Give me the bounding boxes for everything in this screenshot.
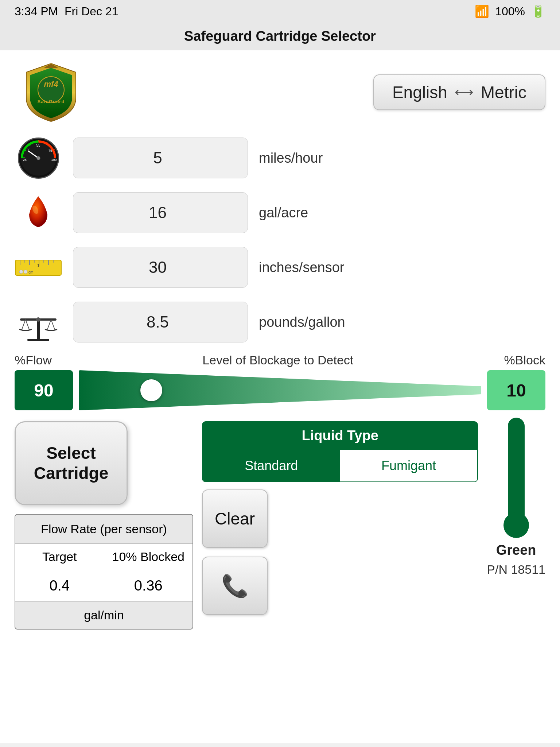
svg-line-33 (51, 320, 55, 329)
cartridge-color: Green (496, 542, 536, 558)
left-column: Select Cartridge Flow Rate (per sensor) … (15, 421, 193, 630)
main-content: mf4 SafeGuard English ⟷ Metric (0, 50, 560, 743)
speed-input[interactable] (73, 138, 248, 178)
cartridge-indicator: Green P/N 18511 (487, 421, 545, 577)
blocked-value: 0.36 (104, 570, 193, 601)
block-value-box: 10 (487, 370, 545, 410)
speed-input-container (73, 138, 248, 178)
toggle-arrow: ⟷ (455, 85, 474, 100)
svg-point-23 (24, 270, 27, 274)
liquid-type-section: Liquid Type Standard Fumigant (202, 421, 478, 482)
cartridge-part-number: P/N 18511 (487, 562, 545, 577)
svg-point-11 (36, 156, 40, 160)
flow-rate-unit: gal/min (15, 601, 192, 629)
safeguard-logo: mf4 SafeGuard (22, 61, 80, 123)
droplet-icon-container (15, 189, 62, 236)
clear-button[interactable]: Clear (202, 489, 268, 548)
blocked-col-header: 10% Blocked (104, 544, 193, 570)
svg-text:cm: cm (28, 270, 33, 274)
phone-button[interactable]: 📞 (202, 557, 268, 615)
weight-row: pounds/gallon (15, 298, 545, 346)
svg-text:SafeGuard: SafeGuard (38, 99, 65, 104)
logo-container: mf4 SafeGuard (15, 61, 88, 123)
weight-input[interactable] (73, 302, 248, 342)
svg-line-31 (26, 320, 29, 329)
weight-unit: pounds/gallon (259, 314, 354, 330)
wifi-icon: 📶 (475, 4, 489, 18)
liquid-type-toggle: Standard Fumigant (202, 450, 478, 482)
svg-line-30 (22, 320, 26, 329)
liquid-type-header: Liquid Type (202, 421, 478, 450)
flow-input[interactable] (73, 192, 248, 233)
svg-rect-26 (37, 320, 40, 340)
english-label: English (392, 82, 447, 102)
status-time: 3:34 PM Fri Dec 21 (15, 5, 118, 18)
scale-icon-container (15, 298, 62, 346)
flow-row: gal/acre (15, 189, 545, 236)
ruler-icon: cm 1 (15, 255, 62, 280)
slider-section: %Flow Level of Blockage to Detect %Block… (15, 353, 545, 410)
svg-text:25: 25 (23, 158, 26, 162)
droplet-icon (24, 194, 53, 231)
block-label: %Block (504, 353, 545, 367)
thermometer-tube (508, 418, 525, 527)
battery-text: 100% (495, 5, 525, 18)
svg-line-32 (47, 320, 51, 329)
svg-rect-27 (27, 339, 49, 341)
flow-input-container (73, 192, 248, 233)
target-col-header: Target (15, 544, 104, 570)
speed-unit: miles/hour (259, 150, 354, 166)
flow-unit: gal/acre (259, 205, 354, 221)
speedometer-icon: 55 75 100 25 0 (18, 137, 59, 179)
page-title: Safeguard Cartridge Selector (184, 28, 376, 44)
liquid-fumigant-option[interactable]: Fumigant (340, 450, 478, 481)
spacing-unit: inches/sensor (259, 260, 354, 275)
speed-icon-container: 55 75 100 25 0 (15, 134, 62, 182)
svg-text:1: 1 (37, 263, 39, 268)
status-bar: 3:34 PM Fri Dec 21 📶 100% 🔋 (0, 0, 560, 23)
phone-icon: 📞 (221, 573, 249, 599)
svg-point-22 (19, 270, 23, 274)
flow-value-box: 90 (15, 370, 73, 410)
svg-text:0: 0 (27, 147, 29, 151)
thermometer-bulb (503, 512, 529, 538)
liquid-standard-option[interactable]: Standard (203, 450, 340, 481)
spacing-input-container (73, 247, 248, 288)
action-buttons: Clear 📞 (202, 489, 478, 615)
slider-labels: %Flow Level of Blockage to Detect %Block (15, 353, 545, 367)
svg-text:100: 100 (51, 158, 57, 162)
metric-label: Metric (481, 82, 526, 102)
svg-text:55: 55 (36, 143, 40, 147)
spacing-row: cm 1 inches/sensor (15, 244, 545, 291)
spacing-input[interactable] (73, 247, 248, 288)
middle-column: Liquid Type Standard Fumigant Clear 📞 (202, 421, 478, 615)
flow-rate-columns: Target 10% Blocked (15, 544, 192, 570)
header-row: mf4 SafeGuard English ⟷ Metric (15, 61, 545, 123)
slider-track (79, 370, 481, 410)
svg-point-29 (36, 317, 40, 322)
slider-row: 90 10 (15, 370, 545, 410)
svg-text:mf4: mf4 (44, 80, 58, 89)
flow-rate-values: 0.4 0.36 (15, 570, 192, 601)
battery-icon: 🔋 (531, 4, 545, 18)
blockage-label: Level of Blockage to Detect (202, 353, 353, 367)
scale-icon (16, 300, 60, 344)
thermometer-container (503, 421, 529, 538)
ruler-icon-container: cm 1 (15, 244, 62, 291)
select-cartridge-button[interactable]: Select Cartridge (15, 421, 128, 505)
flow-rate-table: Flow Rate (per sensor) Target 10% Blocke… (15, 514, 193, 630)
flow-label: %Flow (15, 353, 52, 367)
nav-bar: Safeguard Cartridge Selector (0, 23, 560, 50)
target-value: 0.4 (15, 570, 104, 601)
unit-toggle-button[interactable]: English ⟷ Metric (373, 74, 545, 110)
flow-rate-header: Flow Rate (per sensor) (15, 515, 192, 544)
weight-input-container (73, 302, 248, 342)
bottom-section: Select Cartridge Flow Rate (per sensor) … (15, 421, 545, 630)
speed-row: 55 75 100 25 0 miles/hour (15, 134, 545, 182)
